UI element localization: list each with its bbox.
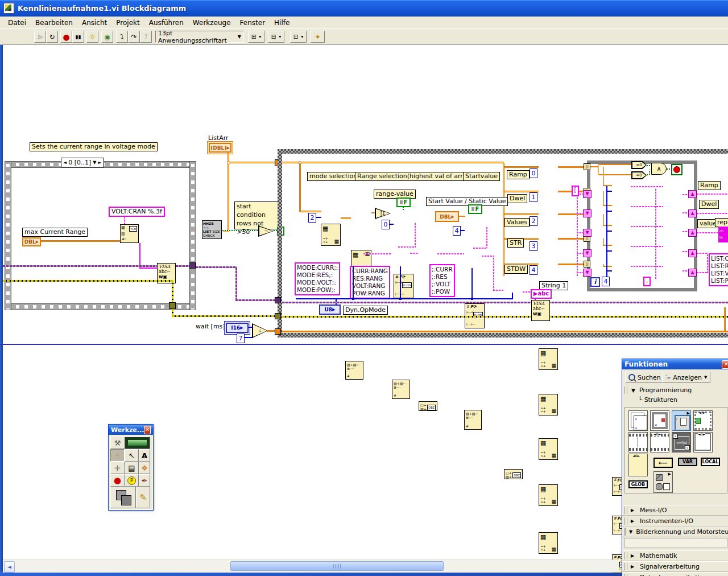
constant-2[interactable]: 2: [308, 213, 316, 223]
label-replace-right[interactable]: repla: [715, 218, 728, 227]
event-structure-icon[interactable]: ▫: [650, 410, 669, 431]
scan-node-2[interactable]: □+▨+DBZ: [504, 469, 523, 479]
label-ramp-right[interactable]: Ramp: [698, 181, 721, 190]
while-loop-border-top[interactable]: [278, 149, 728, 154]
tunnel-visa-seq[interactable]: [189, 262, 196, 269]
shift-register-right-2[interactable]: ▲: [688, 209, 697, 217]
category-mathematik[interactable]: ▶Mathematik: [622, 550, 728, 561]
functions-palette-titlebar[interactable]: Funktionen ✕: [622, 359, 728, 369]
auto-tool-button[interactable]: ⚒: [110, 437, 125, 449]
tree-child-row[interactable]: └ Strukturen: [638, 396, 677, 404]
wire-tool-button[interactable]: ✛: [110, 462, 125, 474]
stacked-sequence-icon[interactable]: ◄0►: [650, 432, 669, 452]
tunnel-wait-loop[interactable]: [275, 328, 281, 335]
tunnel-error-loop[interactable]: [275, 313, 281, 319]
label-start-static-value[interactable]: Start Value / Static Value: [426, 197, 508, 206]
string-constant-list[interactable]: LIST:C LIST:R LIST:V LIST:P: [709, 253, 728, 286]
constant-row1[interactable]: 0: [530, 168, 537, 178]
constant-comma[interactable]: ,: [643, 277, 651, 286]
bool-false-1[interactable]: F: [396, 198, 411, 207]
sequence-border-bottom[interactable]: [5, 303, 196, 310]
for-loop-icon[interactable]: ◄0►: [693, 432, 713, 452]
constant-inner-4[interactable]: 4: [602, 277, 610, 286]
tree-root-label[interactable]: Programmierung: [639, 386, 692, 394]
label-startvalue[interactable]: Startvalue: [463, 172, 500, 181]
tunnel-idx-5[interactable]: []: [584, 261, 590, 268]
bool-false-2[interactable]: F: [468, 204, 482, 214]
while-loop-border-left[interactable]: [278, 149, 282, 338]
functions-palette-close-icon[interactable]: ✕: [722, 360, 728, 369]
subvi-list-size-check[interactable]: HHZS ∿∿ LIST SIZE CHECK: [202, 220, 222, 239]
format-value-node-1[interactable]: ▩n.n ▨ #····: [120, 224, 139, 243]
terminal-u8[interactable]: U8▶: [319, 305, 341, 315]
selected-structure-icon[interactable]: ▶⁞: [672, 410, 691, 431]
menu-ausfuehren[interactable]: Ausführen: [144, 17, 188, 28]
iteration-terminal[interactable]: i: [590, 277, 600, 287]
label-range-selection[interactable]: Range selection(highest val of array): [355, 172, 475, 181]
label-row3-values[interactable]: Values: [504, 218, 530, 227]
run-continuous-button[interactable]: ↻: [46, 31, 58, 43]
probe-tool-button[interactable]: P: [125, 474, 139, 487]
timed-structure-icon[interactable]: ◄0►: [628, 454, 648, 476]
resize-objects-button[interactable]: ⊡▾: [290, 31, 307, 43]
menu-werkzeuge[interactable]: Werkzeuge: [188, 17, 235, 28]
label-dyn-opmode[interactable]: Dyn.OpMode: [343, 306, 388, 315]
position-tool-button[interactable]: ↖: [125, 449, 139, 462]
menu-hilfe[interactable]: Hilfe: [270, 17, 294, 28]
string-constant-mode[interactable]: MODE:CURR;: MODE:RES;: MODE:VOLT;: MODE:…: [295, 262, 340, 295]
category-bilderkennung[interactable]: ▼Bilderkennung und Motorsteuerung: [622, 526, 728, 537]
sequence-prev-arrow[interactable]: ◄: [63, 160, 67, 165]
label-listarr[interactable]: ListArr: [208, 134, 229, 142]
tunnel-visa-loop[interactable]: [275, 297, 281, 303]
index-array-node-a[interactable]: ▦▦∙+∙+: [321, 224, 341, 246]
index-array-row3[interactable]: ▦▦∙+∙+: [539, 438, 558, 460]
string-constant-rang[interactable]: CURR:RANG RES:RANG VOLT:RANG POW:RANG: [350, 266, 390, 299]
title-bar[interactable]: Kennlinienaufnahme1.vi Blockdiagramm: [0, 0, 728, 17]
comment-current-range[interactable]: Sets the current range in voltage mode: [30, 142, 158, 151]
sequence-dropdown-arrow[interactable]: ▼: [93, 160, 96, 165]
step-out-button[interactable]: ⤴: [140, 31, 152, 43]
search-split-node-1[interactable]: ▨+▨−≣····#: [345, 361, 363, 380]
decorations-icon[interactable]: ▶: [653, 471, 673, 493]
highlight-execution-button[interactable]: ☼: [86, 31, 98, 43]
view-button[interactable]: ⁚≡ Anzeigen ▼: [662, 372, 710, 383]
constant-row3[interactable]: 2: [530, 216, 537, 226]
pause-button[interactable]: ▮▮: [72, 31, 84, 43]
case-structure-icon[interactable]: ▫▫: [628, 410, 648, 431]
label-mode-selection[interactable]: mode selection: [307, 172, 359, 181]
constant-7[interactable]: 7: [237, 334, 245, 343]
label-row2-dwel[interactable]: Dwel: [507, 194, 527, 203]
tunnel-idx-1[interactable]: []: [584, 163, 590, 170]
horizontal-scrollbar[interactable]: ◄: [3, 559, 619, 573]
replace-substring-node[interactable]: ch to: [718, 227, 728, 242]
set-color-tool-button[interactable]: [110, 487, 136, 508]
constant-row2[interactable]: 1: [530, 192, 537, 202]
terminal-i16[interactable]: I16▶: [226, 323, 249, 333]
conversion-node[interactable]: [1: [375, 208, 391, 219]
scrollbar-left-button[interactable]: ◄: [4, 561, 15, 573]
scrollbar-thumb[interactable]: [230, 561, 444, 571]
operate-tool-button[interactable]: ☝: [110, 449, 125, 462]
flat-sequence-icon[interactable]: [628, 432, 648, 452]
step-into-button[interactable]: ⤵: [116, 31, 128, 43]
shift-register-right-1[interactable]: ▲: [688, 190, 697, 198]
shift-register-right-4[interactable]: ▲: [688, 249, 697, 257]
formula-node-icon[interactable]: v=f(x)xv: [672, 432, 691, 452]
shift-register-right-5[interactable]: ▲: [688, 269, 697, 277]
string-constant-ops[interactable]: ;:CURR ;:RES ;:VOLT ;:POW: [429, 264, 455, 297]
constant-4[interactable]: 4: [453, 226, 461, 236]
label-wait-ms[interactable]: wait [ms]: [196, 323, 225, 330]
search-split-node-2[interactable]: ▨+▨−≣····#: [392, 380, 410, 399]
shortcut-menu-tool-button[interactable]: ▤: [125, 462, 139, 474]
terminal-max-current-range-dbl[interactable]: DBL▶: [22, 237, 41, 246]
tunnel-error-seq[interactable]: [169, 302, 176, 309]
label-row5-stdw[interactable]: STDW: [504, 265, 528, 274]
string-constant-volt-cran[interactable]: VOLT:CRAN %.3f: [109, 207, 165, 217]
category-instrumenten-io[interactable]: ▶Instrumenten-I/O: [622, 516, 728, 526]
scan-node-1[interactable]: □+▨+DBZ: [419, 401, 437, 411]
tools-palette-titlebar[interactable]: Werkze... ✕: [109, 425, 153, 435]
brush-tool-button[interactable]: ✎: [136, 487, 150, 508]
tree-root-row[interactable]: ▼ Programmierung: [624, 386, 692, 394]
while-loop-border-bottom[interactable]: [278, 333, 728, 338]
label-row1-ramp[interactable]: Ramp: [507, 170, 530, 179]
